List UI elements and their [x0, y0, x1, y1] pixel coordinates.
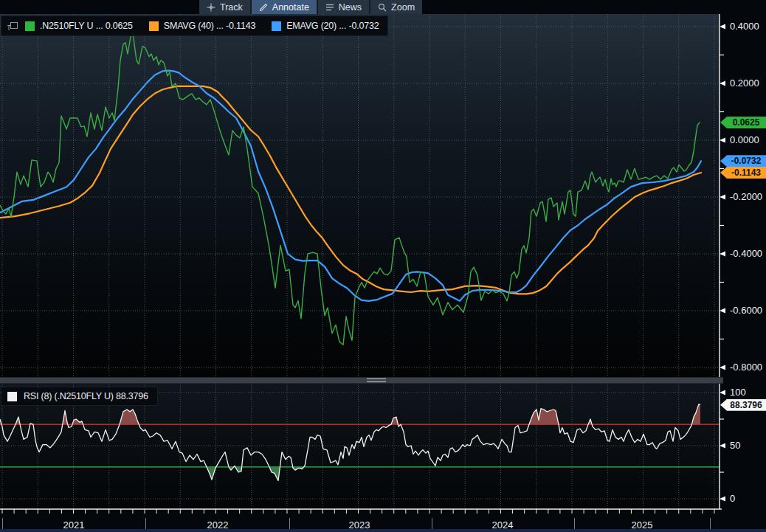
y-axis-tick-label: -0.2000	[730, 191, 762, 203]
price-panel-background	[0, 14, 720, 377]
track-button-label: Track	[220, 2, 243, 13]
annotate-button[interactable]: Annotate	[252, 0, 317, 14]
y-axis-tick-label: -0.4000	[730, 248, 762, 260]
annotate-pencil-icon	[259, 3, 268, 12]
legend-item-1[interactable]: SMAVG (40) ... -0.1143	[149, 21, 255, 31]
main-chart-legend: .N2510FLY U ... 0.0625SMAVG (40) ... -0.…	[1, 15, 388, 36]
price-tag-883796: 88.3796	[720, 399, 766, 411]
legend-items: .N2510FLY U ... 0.0625SMAVG (40) ... -0.…	[25, 21, 379, 31]
price-tag-00732: -0.0732	[720, 155, 766, 167]
annotate-button-label: Annotate	[272, 2, 309, 13]
y-axis-major-tick-rsi	[720, 443, 725, 448]
panel-resize-splitter[interactable]	[0, 377, 723, 384]
y-axis-major-tick-rsi	[720, 390, 725, 395]
y-axis-tick-label: 0.4000	[730, 21, 759, 32]
track-button[interactable]: Track	[199, 0, 250, 14]
y-axis-tick-label: -0.6000	[730, 305, 762, 317]
chart-canvas[interactable]	[0, 0, 766, 532]
legend-item-label: EMAVG (20) ... -0.0732	[286, 21, 379, 31]
legend-item-label: SMAVG (40) ... -0.1143	[164, 21, 255, 31]
y-axis-tick-label: 0.2000	[730, 77, 759, 89]
zoom-button-label: Zoom	[391, 2, 415, 13]
y-axis-major-tick-main	[720, 194, 725, 199]
rsi-legend[interactable]: RSI (8) (.N2510FLY U) 88.3796	[1, 387, 158, 406]
y-axis-major-tick-main	[720, 137, 725, 142]
legend-item-2[interactable]: EMAVG (20) ... -0.0732	[272, 21, 379, 31]
bottom-window-strip	[0, 529, 766, 532]
y-axis-major-tick-main	[720, 80, 725, 86]
bloomberg-chart-window: Track Annotate News Zoom	[0, 0, 766, 532]
news-button[interactable]: News	[318, 0, 369, 14]
legend-swatch	[149, 21, 159, 31]
legend-swatch	[25, 21, 35, 31]
y-axis-major-tick-main	[720, 365, 725, 370]
y-axis-major-tick-rsi	[720, 496, 725, 501]
y-axis-tick-label: 100	[730, 387, 746, 398]
legend-item-0[interactable]: .N2510FLY U ... 0.0625	[25, 21, 133, 31]
rsi-legend-swatch	[7, 392, 17, 401]
chart-toolbar: Track Annotate News Zoom	[199, 0, 422, 14]
price-tag-01143: -0.1143	[720, 167, 766, 179]
y-axis-major-tick-main	[720, 24, 725, 29]
legend-item-label: .N2510FLY U ... 0.0625	[40, 21, 133, 31]
y-axis-major-tick-main	[720, 308, 725, 313]
legend-swatch	[272, 21, 281, 31]
rsi-legend-label: RSI (8) (.N2510FLY U) 88.3796	[24, 391, 148, 401]
y-axis-tick-label: -0.8000	[730, 362, 762, 373]
news-button-label: News	[339, 2, 362, 13]
zoom-button[interactable]: Zoom	[370, 0, 422, 14]
track-crosshair-icon	[207, 3, 215, 12]
y-axis-tick-label: 50	[730, 440, 740, 452]
y-axis-tick-label: 0.0000	[730, 134, 759, 146]
zoom-magnifier-icon	[378, 3, 387, 12]
panel-pin-icon[interactable]	[7, 21, 18, 31]
y-axis-major-tick-main	[720, 251, 725, 256]
y-axis-tick-label: 0	[730, 493, 735, 505]
splitter-grip-handle[interactable]	[367, 379, 386, 382]
price-tag-00625: 0.0625	[720, 117, 766, 128]
news-lines-icon	[325, 3, 334, 12]
